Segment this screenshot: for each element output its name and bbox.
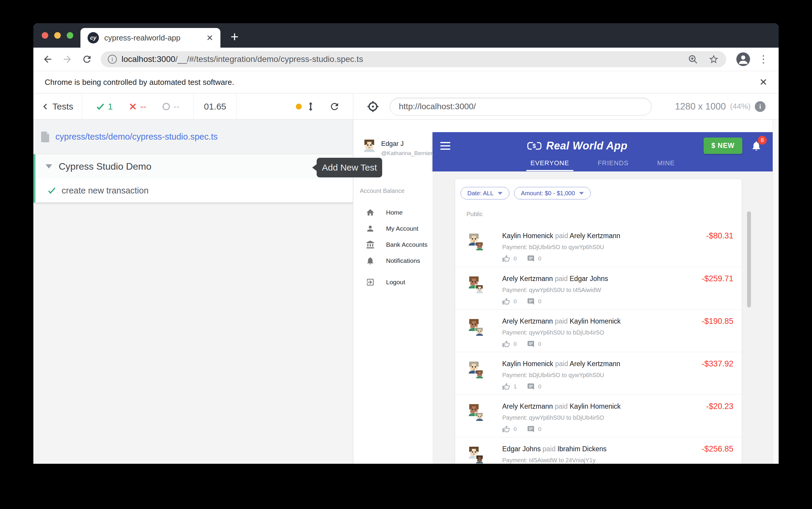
- transaction-avatars: [468, 361, 484, 380]
- browser-window: cy cypress-realworld-app ✕ + i localhost…: [33, 23, 779, 464]
- tab-friends[interactable]: FRIENDS: [598, 159, 629, 171]
- account-balance-label: Account Balance: [360, 188, 432, 194]
- browser-menu-icon[interactable]: ⋮: [758, 56, 769, 62]
- test-duration: 01.65: [194, 94, 236, 120]
- receiver-avatar: [476, 242, 484, 250]
- transaction-row[interactable]: Kaylin Homenick paid Arely Kertzmann Pay…: [455, 352, 742, 395]
- restart-tests-icon[interactable]: [329, 101, 340, 112]
- app-url-input[interactable]: http://localhost:3000/: [390, 98, 652, 115]
- thumbs-up-icon[interactable]: [502, 255, 510, 263]
- thumbs-up-icon[interactable]: [502, 298, 510, 305]
- transaction-detail: Payment: qywYp6hS0U to t45AiwidW: [502, 286, 733, 294]
- user-avatar: [363, 138, 376, 153]
- transaction-social: 0 0: [502, 255, 733, 263]
- comment-icon[interactable]: [527, 383, 535, 391]
- auto-scrolling-toggle[interactable]: [296, 101, 316, 112]
- up-down-arrows-icon: [305, 101, 316, 112]
- infobar-close-icon[interactable]: ✕: [759, 76, 767, 88]
- rwa-sidebar: Edgar J @Katharina_Bernier Account Balan…: [353, 132, 432, 464]
- tab-title: cypress-realworld-app: [104, 33, 201, 42]
- app-scrollbar-track[interactable]: [773, 120, 779, 464]
- sidebar-nav-notifications[interactable]: Notifications: [353, 253, 432, 269]
- chevron-down-icon: [579, 192, 584, 195]
- back-button[interactable]: [39, 51, 56, 68]
- thumbs-up-icon[interactable]: [502, 426, 510, 433]
- home-icon: [366, 208, 375, 217]
- collapse-caret-icon[interactable]: [45, 164, 52, 168]
- transaction-detail: Payment: qywYp6hS0U to bDjUb4ir5O: [502, 414, 733, 421]
- transaction-amount: -$256.85: [702, 444, 734, 454]
- transaction-row[interactable]: Edgar Johns paid Ibrahim Dickens Payment…: [455, 437, 742, 464]
- x-icon: [128, 102, 137, 111]
- transaction-row[interactable]: Arely Kertzmann paid Kaylin Homenick Pay…: [455, 395, 742, 437]
- selector-playground-button[interactable]: [366, 100, 380, 113]
- transaction-title: Arely Kertzmann paid Edgar Johns: [502, 275, 733, 283]
- test-create-new-transaction[interactable]: create new transaction: [35, 179, 353, 202]
- close-window-button[interactable]: [42, 32, 48, 39]
- circle-icon: [162, 102, 171, 111]
- comment-icon[interactable]: [527, 298, 535, 305]
- tab-mine[interactable]: MINE: [657, 159, 675, 171]
- zoom-icon[interactable]: [687, 54, 698, 65]
- url-bar[interactable]: i localhost:3000/__/#/tests/integration/…: [101, 51, 726, 67]
- suite-cypress-studio-demo[interactable]: Cypress Studio Demo: [35, 154, 353, 179]
- tab-everyone[interactable]: EVERYONE: [530, 159, 569, 171]
- close-tab-icon[interactable]: ✕: [206, 33, 213, 43]
- suite-block: Cypress Studio Demo create new transacti…: [33, 154, 353, 202]
- runner-header: Tests 1 -- -- 01.65: [33, 94, 779, 120]
- transaction-amount: -$190.85: [702, 317, 734, 326]
- feed-visibility-label: Public: [466, 211, 742, 217]
- transaction-row[interactable]: Arely Kertzmann paid Kaylin Homenick Pay…: [455, 309, 742, 352]
- page-info-icon[interactable]: i: [108, 55, 117, 64]
- back-to-tests-button[interactable]: Tests: [33, 94, 82, 120]
- comment-icon[interactable]: [527, 255, 535, 263]
- date-filter-chip[interactable]: Date: ALL: [460, 187, 509, 199]
- transaction-row[interactable]: Arely Kertzmann paid Edgar Johns Payment…: [455, 267, 742, 309]
- thumbs-up-icon[interactable]: [502, 340, 510, 348]
- receiver-avatar: [476, 370, 484, 378]
- thumbs-up-icon[interactable]: [502, 383, 510, 391]
- maximize-window-button[interactable]: [67, 32, 73, 39]
- notifications-bell-button[interactable]: 8: [751, 140, 762, 152]
- forward-button[interactable]: [59, 51, 76, 68]
- transaction-avatars: [468, 318, 484, 338]
- transaction-avatars: [468, 404, 484, 423]
- hamburger-menu-icon[interactable]: [440, 142, 450, 150]
- minimize-window-button[interactable]: [54, 32, 61, 39]
- person-icon: [366, 224, 375, 233]
- transaction-title: Arely Kertzmann paid Kaylin Homenick: [502, 317, 733, 325]
- comment-icon[interactable]: [527, 340, 535, 348]
- amount-filter-chip[interactable]: Amount: $0 - $1,000: [514, 187, 591, 199]
- transaction-amount: -$80.31: [706, 231, 734, 240]
- viewport-info-icon[interactable]: i: [755, 101, 766, 112]
- sidebar-nav-bank-accounts[interactable]: Bank Accounts: [353, 237, 432, 253]
- reload-button[interactable]: [78, 51, 95, 68]
- comment-icon[interactable]: [527, 426, 535, 433]
- sidebar-nav-home[interactable]: Home: [353, 204, 432, 220]
- browser-tab[interactable]: cy cypress-realworld-app ✕: [80, 28, 220, 47]
- reload-icon: [82, 54, 92, 65]
- sidebar-nav-logout[interactable]: Logout: [353, 274, 432, 290]
- spec-file-link[interactable]: cypress/tests/demo/cypress-studio.spec.t…: [33, 120, 353, 154]
- user-name: Edgar J: [381, 138, 432, 148]
- test-stats: 1 -- --: [82, 94, 194, 120]
- new-tab-button[interactable]: +: [231, 30, 238, 43]
- profile-avatar-icon[interactable]: [736, 53, 750, 66]
- rwa-main: Date: ALL Amount: $0 - $1,000 Public Kay…: [432, 171, 773, 464]
- transaction-social: 0 0: [502, 298, 733, 305]
- feed-scrollbar-thumb[interactable]: [747, 211, 751, 307]
- transaction-title: Arely Kertzmann paid Kaylin Homenick: [502, 402, 733, 410]
- sidebar-nav-my-account[interactable]: My Account: [353, 220, 432, 237]
- transaction-amount: -$337.92: [702, 359, 734, 369]
- file-icon: [41, 132, 50, 142]
- url-text[interactable]: localhost:3000/__/#/tests/integration/de…: [122, 55, 683, 64]
- arrow-forward-icon: [62, 54, 73, 65]
- new-transaction-button[interactable]: $ NEW: [704, 138, 742, 154]
- bookmark-star-icon[interactable]: [708, 54, 719, 65]
- check-icon: [96, 102, 105, 111]
- rwa-logo-icon: $: [527, 141, 542, 150]
- browser-toolbar: i localhost:3000/__/#/tests/integration/…: [33, 47, 779, 71]
- app-preview-panel: Edgar J @Katharina_Bernier Account Balan…: [353, 120, 779, 464]
- transaction-row[interactable]: Kaylin Homenick paid Arely Kertzmann Pay…: [455, 224, 742, 267]
- window-controls: [42, 32, 73, 39]
